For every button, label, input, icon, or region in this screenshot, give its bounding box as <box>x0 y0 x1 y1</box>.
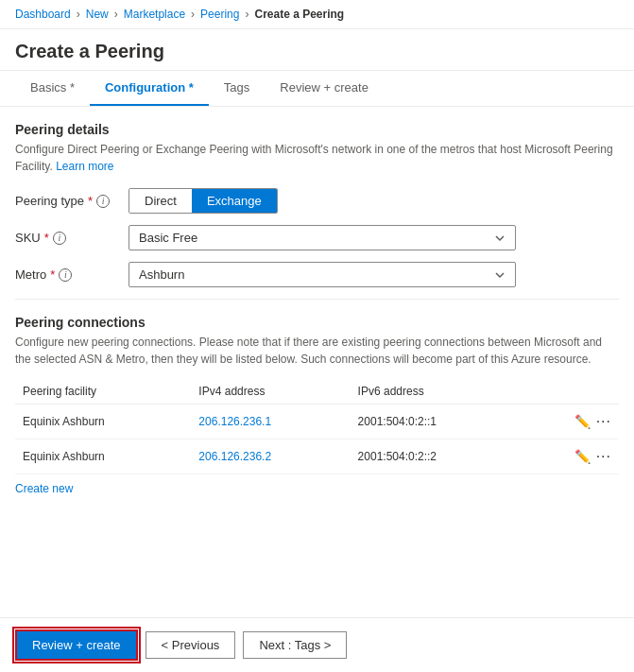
tab-tags[interactable]: Tags <box>209 71 265 106</box>
sku-label: SKU * i <box>15 231 129 245</box>
edit-icon-1[interactable]: ✏️ <box>573 412 592 431</box>
peering-details-desc: Configure Direct Peering or Exchange Pee… <box>15 141 619 175</box>
peering-type-exchange-btn[interactable]: Exchange <box>192 189 277 213</box>
table-header-row: Peering facility IPv4 address IPv6 addre… <box>15 379 619 405</box>
previous-button[interactable]: < Previous <box>146 631 236 659</box>
col-header-ipv4: IPv4 address <box>191 379 350 405</box>
cell-ipv6-2: 2001:504:0:2::2 <box>351 439 521 474</box>
cell-facility-1: Equinix Ashburn <box>15 405 191 439</box>
metro-select-wrapper: Ashburn Chicago New York <box>129 262 516 287</box>
peering-type-label: Peering type * i <box>15 194 129 208</box>
breadcrumb-new[interactable]: New <box>86 8 109 21</box>
breadcrumb-marketplace[interactable]: Marketplace <box>124 8 185 21</box>
tab-configuration[interactable]: Configuration * <box>90 71 209 106</box>
metro-control: Ashburn Chicago New York <box>129 262 619 287</box>
breadcrumb-peering[interactable]: Peering <box>200 8 239 21</box>
breadcrumb-dashboard[interactable]: Dashboard <box>15 8 71 21</box>
table-row: Equinix Ashburn 206.126.236.1 2001:504:0… <box>15 405 619 439</box>
metro-label: Metro * i <box>15 267 129 282</box>
peering-connections-section: Peering connections Configure new peerin… <box>15 315 619 495</box>
peering-type-direct-btn[interactable]: Direct <box>129 189 192 213</box>
cell-facility-2: Equinix Ashburn <box>15 439 191 474</box>
table-row: Equinix Ashburn 206.126.236.2 2001:504:0… <box>15 439 619 474</box>
metro-required: * <box>50 267 55 282</box>
col-header-facility: Peering facility <box>15 379 191 405</box>
peering-type-row: Peering type * i Direct Exchange <box>15 188 619 214</box>
sku-required: * <box>44 231 49 245</box>
peering-type-info-icon[interactable]: i <box>96 195 110 208</box>
row-actions-2: ✏️ ··· <box>528 447 611 466</box>
next-button[interactable]: Next : Tags > <box>243 631 347 659</box>
learn-more-link[interactable]: Learn more <box>56 160 113 173</box>
more-options-icon-1[interactable]: ··· <box>596 413 611 430</box>
cell-ipv6-1: 2001:504:0:2::1 <box>351 405 521 439</box>
peering-connections-title: Peering connections <box>15 315 619 330</box>
metro-label-text: Metro <box>15 267 46 282</box>
cell-actions-1: ✏️ ··· <box>521 405 619 439</box>
peering-type-required: * <box>88 194 93 208</box>
tab-bar: Basics * Configuration * Tags Review + c… <box>0 71 634 107</box>
ipv4-link-1[interactable]: 206.126.236.1 <box>198 415 271 428</box>
sku-info-icon[interactable]: i <box>53 232 66 245</box>
breadcrumb-sep-3: › <box>191 8 195 21</box>
col-header-actions <box>521 379 619 405</box>
ipv4-link-2[interactable]: 206.126.236.2 <box>198 450 271 463</box>
peering-connections-desc: Configure new peering connections. Pleas… <box>15 334 619 368</box>
sku-select-wrapper: Basic Free Premium Free <box>129 225 516 250</box>
peering-type-toggle-group: Direct Exchange <box>129 188 278 214</box>
edit-icon-2[interactable]: ✏️ <box>573 447 592 466</box>
more-options-icon-2[interactable]: ··· <box>596 448 611 465</box>
breadcrumb-sep-2: › <box>114 8 118 21</box>
breadcrumb: Dashboard › New › Marketplace › Peering … <box>0 0 634 29</box>
metro-info-icon[interactable]: i <box>59 268 72 282</box>
breadcrumb-sep-1: › <box>77 8 80 21</box>
metro-select[interactable]: Ashburn Chicago New York <box>129 262 516 287</box>
cell-ipv4-2: 206.126.236.2 <box>191 439 350 474</box>
review-create-button[interactable]: Review + create <box>15 629 138 661</box>
sku-select[interactable]: Basic Free Premium Free <box>129 225 516 250</box>
sku-row: SKU * i Basic Free Premium Free <box>15 225 619 250</box>
tab-review-create[interactable]: Review + create <box>265 71 384 106</box>
cell-ipv4-1: 206.126.236.1 <box>191 405 350 439</box>
sku-label-text: SKU <box>15 231 41 245</box>
create-new-link[interactable]: Create new <box>15 482 73 495</box>
metro-row: Metro * i Ashburn Chicago New York <box>15 262 619 287</box>
main-content: Peering details Configure Direct Peering… <box>0 107 634 510</box>
footer: Review + create < Previous Next : Tags > <box>0 617 634 672</box>
cell-actions-2: ✏️ ··· <box>521 439 619 474</box>
peering-type-label-text: Peering type <box>15 194 84 208</box>
row-actions-1: ✏️ ··· <box>528 412 611 431</box>
breadcrumb-current: Create a Peering <box>254 8 344 21</box>
tab-basics[interactable]: Basics * <box>15 71 90 106</box>
peering-details-title: Peering details <box>15 122 619 137</box>
peering-type-control: Direct Exchange <box>129 188 619 214</box>
peering-connections-table: Peering facility IPv4 address IPv6 addre… <box>15 379 619 474</box>
col-header-ipv6: IPv6 address <box>351 379 521 405</box>
sku-control: Basic Free Premium Free <box>129 225 619 250</box>
section-divider <box>15 299 619 300</box>
breadcrumb-sep-4: › <box>245 8 248 21</box>
page-title: Create a Peering <box>0 29 634 71</box>
